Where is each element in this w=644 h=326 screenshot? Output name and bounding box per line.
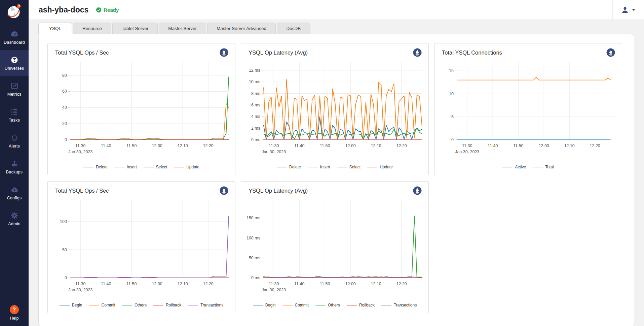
legend-label: Delete [289,165,301,169]
chart-title: Total YSQL Connections [442,48,502,56]
chart-panel-ysql-op-latency: YSQL Op Latency (Avg) 11:30Jan 30, 20231… [241,43,429,175]
legend-swatch [188,305,198,305]
dashboard-icon [10,30,19,38]
legend-label: Insert [127,165,137,169]
svg-text:150 ms: 150 ms [247,216,260,220]
chart-legend: BeginCommitOthersRollbackTransactions [245,303,424,310]
header-right [612,0,644,20]
tab-ysql[interactable]: YSQL [38,23,72,34]
svg-text:12 ms: 12 ms [249,68,260,73]
svg-text:100: 100 [60,219,67,224]
svg-text:60: 60 [62,89,67,94]
legend-swatch [122,305,132,305]
legend-item-update[interactable]: Update [367,165,393,169]
legend-item-insert[interactable]: Insert [114,165,137,169]
sidebar-item-universes[interactable]: Universes [0,50,29,76]
svg-text:11:30: 11:30 [75,143,85,148]
sidebar-item-help[interactable]: ? Help [10,305,19,321]
chart-legend: DeleteInsertSelectUpdate [52,165,231,172]
svg-text:12:10: 12:10 [371,143,381,148]
legend-label: Active [515,165,526,169]
legend-label: Select [349,165,361,169]
legend-item-rollback[interactable]: Rollback [347,303,375,307]
tab-tablet-server[interactable]: Tablet Server [112,23,158,34]
legend-item-others[interactable]: Others [122,303,147,307]
tab-resource[interactable]: Resource [73,23,111,34]
sidebar-item-configs[interactable]: Configs [0,180,29,206]
legend-swatch [502,167,513,167]
legend-item-select[interactable]: Select [337,165,361,169]
status-text: Ready [104,7,119,13]
svg-text:12:00: 12:00 [345,282,356,286]
legend-item-active[interactable]: Active [502,165,526,169]
legend-label: Transactions [200,303,223,307]
svg-text:0: 0 [65,275,67,280]
svg-text:0 ms: 0 ms [251,137,260,142]
legend-item-rollback[interactable]: Rollback [153,303,181,307]
legend-item-others[interactable]: Others [315,303,340,307]
prometheus-icon[interactable] [413,48,422,57]
svg-text:11:30: 11:30 [269,143,279,148]
svg-text:11:40: 11:40 [488,143,498,148]
metrics-icon [10,82,19,90]
tab-docdb[interactable]: DocDB [277,23,310,34]
svg-text:4 ms: 4 ms [251,114,260,119]
legend-item-transactions[interactable]: Transactions [381,303,417,307]
tab-master-server[interactable]: Master Server [159,23,206,34]
yugabyte-logo[interactable] [0,0,29,24]
chart-plot: 11:30Jan 30, 202311:4011:5012:0012:1012:… [245,58,424,158]
prometheus-icon[interactable] [606,48,615,57]
sidebar-item-alerts[interactable]: Alerts [0,128,29,154]
legend-swatch [144,167,154,167]
legend-label: Insert [320,165,330,169]
sidebar-item-admin[interactable]: Admin [0,206,29,232]
chart-panel-total-ysql-ops-transactions: Total YSQL Ops / Sec 11:30Jan 30, 202311… [47,181,235,313]
legend-item-begin[interactable]: Begin [60,303,82,307]
legend-item-begin[interactable]: Begin [253,303,276,307]
svg-text:0 ms: 0 ms [251,275,260,280]
legend-item-commit[interactable]: Commit [282,303,309,307]
legend-item-delete[interactable]: Delete [83,165,108,169]
sidebar-item-label: Configs [7,196,22,200]
app-root: Dashboard Universes Metrics Tasks [0,0,644,326]
legend-swatch [347,305,357,305]
legend-swatch [277,167,287,167]
legend-swatch [282,305,293,305]
configs-icon [10,185,19,194]
svg-text:10 ms: 10 ms [249,79,260,84]
legend-label: Others [135,303,147,307]
sidebar-item-label: Admin [8,222,20,226]
svg-text:40: 40 [62,105,67,110]
legend-swatch [89,305,99,305]
chart-plot: 11:30Jan 30, 202311:4011:5012:0012:1012:… [245,196,424,296]
svg-text:11:40: 11:40 [294,143,304,148]
legend-swatch [153,305,163,305]
legend-label: Update [380,165,393,169]
svg-text:12:10: 12:10 [178,143,188,148]
legend-item-update[interactable]: Update [174,165,199,169]
legend-item-select[interactable]: Select [144,165,167,169]
sidebar-item-label: Dashboard [4,40,25,45]
legend-item-delete[interactable]: Delete [277,165,301,169]
admin-icon [10,211,19,220]
sidebar-item-tasks[interactable]: Tasks [0,102,29,128]
sidebar-item-backups[interactable]: Backups [0,154,29,180]
tab-master-server-advanced[interactable]: Master Server Advanced [207,23,276,34]
svg-text:12:00: 12:00 [152,282,162,286]
legend-item-commit[interactable]: Commit [89,303,115,307]
chart-legend: BeginCommitOthersRollbackTransactions [52,303,231,310]
svg-text:12:00: 12:00 [152,143,162,148]
chart-panel-total-ysql-connections: Total YSQL Connections 11:30Jan 30, 2023… [434,43,622,175]
tasks-icon [10,107,19,116]
svg-text:12:10: 12:10 [564,143,575,148]
svg-text:5: 5 [451,115,454,119]
sidebar-item-metrics[interactable]: Metrics [0,76,29,102]
user-menu[interactable] [613,6,644,14]
sidebar-item-dashboard[interactable]: Dashboard [0,24,29,50]
prometheus-icon[interactable] [413,186,422,195]
prometheus-icon[interactable] [220,48,228,57]
prometheus-icon[interactable] [220,186,228,195]
legend-item-transactions[interactable]: Transactions [188,303,223,307]
legend-item-insert[interactable]: Insert [308,165,330,169]
legend-item-total[interactable]: Total [533,165,554,169]
